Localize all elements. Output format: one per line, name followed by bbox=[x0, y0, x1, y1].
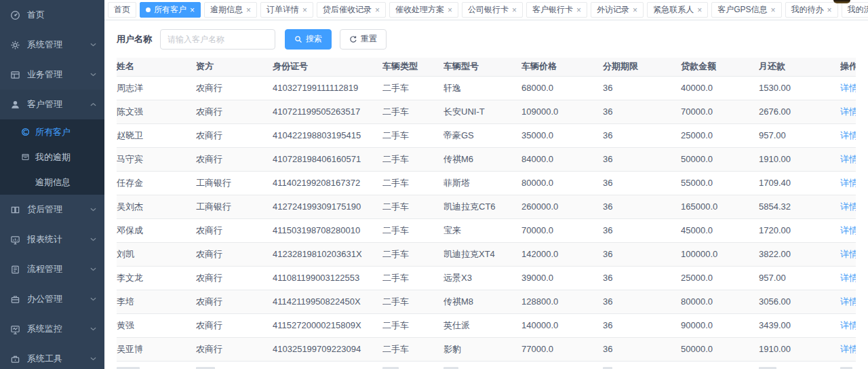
column-header-2: 身份证号 bbox=[273, 58, 382, 76]
chevron-down-icon bbox=[90, 297, 96, 301]
search-button[interactable]: 搜索 bbox=[285, 29, 332, 50]
sidebar-item-2[interactable]: 业务管理 bbox=[0, 60, 104, 90]
sidebar-item-1[interactable]: 系统管理 bbox=[0, 30, 104, 60]
tab-5[interactable]: 催收处理方案× bbox=[389, 2, 458, 18]
detail-link[interactable]: 详情 bbox=[840, 130, 856, 140]
cell-vehicle_model: 传祺M6 bbox=[443, 147, 521, 171]
cell-vehicle_type: 二手车 bbox=[382, 171, 443, 195]
tab-8[interactable]: 外访记录× bbox=[591, 2, 644, 18]
close-icon[interactable]: × bbox=[512, 6, 517, 14]
tab-0[interactable]: 首页 bbox=[108, 2, 136, 18]
tab-9[interactable]: 紧急联系人× bbox=[647, 2, 708, 18]
cell-action: 详情 bbox=[840, 147, 856, 171]
sidebar-item-6[interactable]: 流程管理 bbox=[0, 254, 104, 284]
cell-vehicle_model: 菲斯塔 bbox=[443, 171, 521, 195]
reset-button[interactable]: 重置 bbox=[340, 29, 387, 50]
cell-action: 详情 bbox=[840, 242, 856, 266]
cell-partial bbox=[681, 361, 759, 369]
cell-vehicle_model: 凯迪拉克XT4 bbox=[443, 242, 521, 266]
tools-icon bbox=[9, 353, 20, 364]
detail-link[interactable]: 详情 bbox=[840, 154, 856, 164]
monitor-icon bbox=[9, 324, 20, 334]
detail-link[interactable]: 详情 bbox=[840, 106, 856, 117]
cell-periods: 36 bbox=[603, 100, 681, 123]
close-icon[interactable]: × bbox=[576, 6, 581, 14]
cell-monthly_payment: 3822.00 bbox=[759, 242, 840, 266]
cell-partial bbox=[603, 361, 681, 369]
detail-link[interactable]: 详情 bbox=[840, 83, 856, 93]
detail-link[interactable]: 详情 bbox=[840, 249, 856, 259]
close-icon[interactable]: × bbox=[633, 6, 637, 14]
tab-label: 逾期信息 bbox=[210, 4, 243, 16]
sidebar-subitem-0[interactable]: 所有客户 bbox=[0, 119, 104, 144]
tab-7[interactable]: 客户银行卡× bbox=[526, 2, 587, 18]
tab-label: 催收处理方案 bbox=[395, 4, 444, 16]
detail-link[interactable]: 详情 bbox=[840, 225, 856, 235]
close-icon[interactable]: × bbox=[770, 6, 775, 14]
cell-partial bbox=[273, 361, 382, 369]
detail-link[interactable]: 详情 bbox=[840, 344, 856, 354]
cell-monthly_payment: 957.00 bbox=[759, 123, 840, 147]
tab-11[interactable]: 我的待办× bbox=[785, 2, 838, 18]
cell-monthly_payment: 957.00 bbox=[759, 266, 840, 290]
chevron-down-icon bbox=[90, 357, 96, 361]
sidebar-item-5[interactable]: 报表统计 bbox=[0, 225, 104, 254]
sidebar-item-8[interactable]: 系统监控 bbox=[0, 314, 104, 344]
sidebar-item-label: 首页 bbox=[27, 9, 45, 21]
cell-id_number: 410721199505263517 bbox=[273, 100, 382, 123]
cell-loan_amount: 50000.0 bbox=[681, 337, 759, 361]
close-icon[interactable]: × bbox=[246, 6, 251, 14]
cell-loan_amount: 50000.0 bbox=[681, 147, 759, 171]
tab-1[interactable]: 所有客户× bbox=[140, 2, 201, 18]
close-icon[interactable]: × bbox=[375, 6, 380, 14]
column-header-4: 车辆型号 bbox=[443, 58, 521, 76]
close-icon[interactable]: × bbox=[448, 6, 452, 14]
detail-link[interactable]: 详情 bbox=[840, 201, 856, 212]
cell-monthly_payment: 3439.00 bbox=[759, 313, 840, 337]
tab-4[interactable]: 贷后催收记录× bbox=[317, 2, 386, 18]
table-header: 姓名资方身份证号车辆类型车辆型号车辆价格分期期限贷款金额月还款操作 bbox=[117, 58, 856, 76]
sidebar-item-3[interactable]: 客户管理 bbox=[0, 90, 104, 119]
sidebar-subitem-1[interactable]: 我的逾期 bbox=[0, 144, 104, 170]
sidebar-item-7[interactable]: 办公管理 bbox=[0, 284, 104, 314]
cell-vehicle_type: 二手车 bbox=[382, 242, 443, 266]
column-header-0: 姓名 bbox=[117, 58, 196, 76]
cell-id_number: 411402199208167372 bbox=[273, 171, 382, 195]
avatar[interactable] bbox=[833, 0, 850, 3]
tab-6[interactable]: 公司银行卡× bbox=[462, 2, 523, 18]
tab-10[interactable]: 客户GPS信息× bbox=[711, 2, 781, 18]
tab-label: 我的待办 bbox=[791, 4, 824, 16]
detail-link[interactable]: 详情 bbox=[840, 296, 856, 307]
tab-label: 公司银行卡 bbox=[468, 4, 509, 16]
cell-vehicle_price: 128800.0 bbox=[521, 290, 603, 313]
sidebar-item-9[interactable]: 系统工具 bbox=[0, 344, 104, 369]
close-icon[interactable]: × bbox=[302, 6, 307, 14]
detail-link[interactable]: 详情 bbox=[840, 273, 856, 283]
search-button-label: 搜索 bbox=[306, 33, 322, 45]
detail-link[interactable]: 详情 bbox=[840, 320, 856, 330]
sidebar-item-0[interactable]: 首页 bbox=[0, 0, 104, 30]
cell-loan_amount: 25000.0 bbox=[681, 266, 759, 290]
column-header-3: 车辆类型 bbox=[382, 58, 443, 76]
sidebar-item-label: 客户管理 bbox=[27, 98, 62, 111]
sidebar-item-4[interactable]: 贷后管理 bbox=[0, 195, 104, 225]
tab-3[interactable]: 订单详情× bbox=[260, 2, 313, 18]
customers-table: 姓名资方身份证号车辆类型车辆型号车辆价格分期期限贷款金额月还款操作 周志洋农商行… bbox=[117, 58, 856, 369]
tab-2[interactable]: 逾期信息× bbox=[204, 2, 257, 18]
sidebar-subitem-2[interactable]: 逾期信息 bbox=[0, 170, 104, 195]
cell-action: 详情 bbox=[840, 171, 856, 195]
cell-monthly_payment: 1530.00 bbox=[759, 76, 840, 100]
tab-label: 所有客户 bbox=[154, 4, 186, 16]
customer-name-input[interactable] bbox=[160, 29, 275, 50]
chevron-down-icon bbox=[90, 327, 96, 331]
cell-funder: 工商银行 bbox=[196, 171, 273, 195]
detail-link[interactable]: 详情 bbox=[840, 178, 856, 188]
cell-vehicle_type: 二手车 bbox=[382, 313, 443, 337]
close-icon[interactable]: × bbox=[697, 6, 702, 14]
close-icon[interactable]: × bbox=[827, 6, 832, 14]
loan-icon bbox=[9, 204, 20, 215]
cell-vehicle_type: 二手车 bbox=[382, 266, 443, 290]
cell-periods: 36 bbox=[603, 313, 681, 337]
tab-12[interactable]: 我的流程× bbox=[842, 2, 868, 18]
close-icon[interactable]: × bbox=[190, 6, 195, 14]
